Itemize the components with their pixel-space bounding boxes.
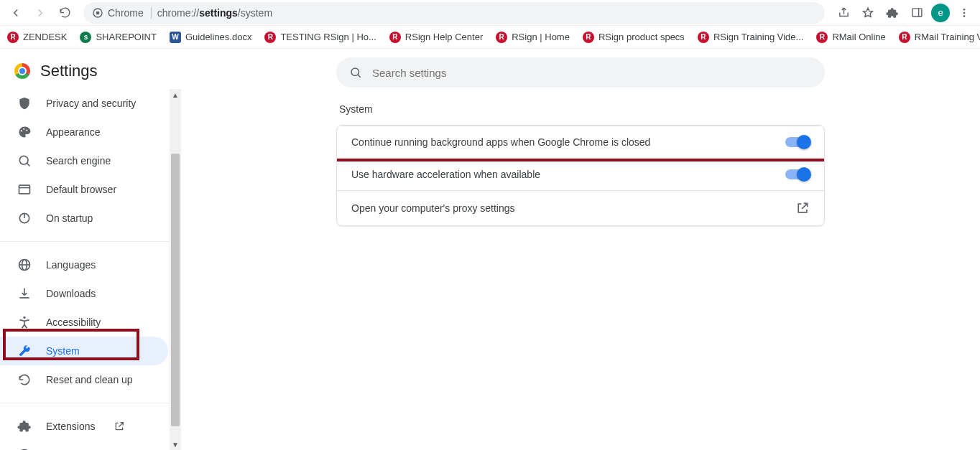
wrench-icon xyxy=(17,344,32,358)
favicon: R xyxy=(7,32,19,43)
bookmark-star-button[interactable] xyxy=(858,3,878,23)
external-link-icon xyxy=(114,421,125,432)
favicon: R xyxy=(816,32,828,43)
bookmark-item[interactable]: RTESTING RSign | Ho... xyxy=(264,32,376,43)
svg-point-8 xyxy=(23,128,24,130)
sidebar-scrollbar[interactable]: ▲ ▼ xyxy=(170,89,181,450)
section-title: System xyxy=(339,103,825,115)
svg-line-11 xyxy=(27,163,29,166)
svg-point-4 xyxy=(963,9,966,11)
sidebar-item-label: Appearance xyxy=(46,126,101,138)
browser-toolbar: Chrome chrome://settings/system e xyxy=(0,0,980,26)
omnibox-chip-label: Chrome xyxy=(108,7,144,19)
download-icon xyxy=(17,286,32,301)
sidebar-item-label: Downloads xyxy=(46,288,96,299)
sidebar-item-label: Search engine xyxy=(46,155,111,167)
scrollbar-thumb[interactable] xyxy=(171,154,180,426)
profile-avatar[interactable]: e xyxy=(931,4,950,22)
sidebar-item-label: System xyxy=(46,345,80,357)
row-label: Continue running background apps when Go… xyxy=(351,136,650,148)
chrome-page-icon xyxy=(92,7,103,19)
sidebar-item-label: Privacy and security xyxy=(46,98,136,109)
side-panel-button[interactable] xyxy=(907,3,927,23)
settings-row: Use hardware acceleration when available xyxy=(337,158,824,190)
settings-search[interactable] xyxy=(336,57,825,88)
accessibility-icon xyxy=(17,315,32,329)
favicon: W xyxy=(170,32,181,43)
bookmark-item[interactable]: sSHAREPOINT xyxy=(80,32,157,43)
settings-main: System Continue running background apps … xyxy=(181,49,980,450)
share-button[interactable] xyxy=(833,3,854,23)
reset-icon xyxy=(17,372,32,387)
svg-point-22 xyxy=(351,68,359,76)
favicon: R xyxy=(496,32,507,43)
sidebar-item-accessibility[interactable]: Accessibility xyxy=(0,308,168,337)
bookmark-item[interactable]: RZENDESK xyxy=(7,32,67,43)
favicon: R xyxy=(899,32,910,43)
sidebar-item-label: On startup xyxy=(46,212,93,224)
bookmark-item[interactable]: RRSign Training Vide... xyxy=(698,32,804,43)
settings-row[interactable]: Open your computer's proxy settings xyxy=(337,190,824,225)
scroll-down-icon[interactable]: ▼ xyxy=(170,439,181,450)
sidebar-item-label: Extensions xyxy=(46,421,95,432)
svg-line-23 xyxy=(358,75,361,78)
bookmark-item[interactable]: RRSign | Home xyxy=(496,32,570,43)
omnibox-url: chrome://settings/system xyxy=(157,7,272,19)
bookmark-item[interactable]: RRMail Training Vide... xyxy=(899,32,980,43)
sidebar-item-languages[interactable]: Languages xyxy=(0,250,168,279)
toggle-switch[interactable] xyxy=(785,169,810,179)
svg-point-6 xyxy=(963,15,966,17)
favicon: R xyxy=(264,32,276,43)
forward-button[interactable] xyxy=(30,3,50,23)
bookmarks-bar: RZENDESKsSHAREPOINTWGuidelines.docxRTEST… xyxy=(0,26,980,49)
search-icon xyxy=(349,66,362,79)
favicon: s xyxy=(80,32,91,43)
power-icon xyxy=(17,211,32,225)
sidebar-item-on-startup[interactable]: On startup xyxy=(0,204,168,233)
sidebar-item-search-engine[interactable]: Search engine xyxy=(0,146,168,175)
sidebar-item-privacy-and-security[interactable]: Privacy and security xyxy=(0,89,168,118)
svg-rect-12 xyxy=(19,185,30,194)
shield-icon xyxy=(17,96,32,111)
sidebar-item-appearance[interactable]: Appearance xyxy=(0,118,168,146)
toggle-switch[interactable] xyxy=(785,137,810,147)
external-link-icon xyxy=(795,201,810,215)
svg-point-5 xyxy=(963,11,966,14)
extension-icon xyxy=(17,419,32,433)
menu-button[interactable] xyxy=(954,3,974,23)
sidebar-item-downloads[interactable]: Downloads xyxy=(0,279,168,308)
reload-button[interactable] xyxy=(55,3,75,23)
settings-card: Continue running background apps when Go… xyxy=(336,125,825,226)
sidebar-item-label: Accessibility xyxy=(46,317,101,328)
bookmark-item[interactable]: RRSign Help Center xyxy=(389,32,483,43)
sidebar-item-extensions[interactable]: Extensions xyxy=(0,412,168,441)
page-title: Settings xyxy=(40,62,98,80)
sidebar-item-label: Languages xyxy=(46,259,96,271)
favicon: R xyxy=(583,32,594,43)
sidebar-item-reset-and-clean-up[interactable]: Reset and clean up xyxy=(0,365,168,394)
bookmark-item[interactable]: RRMail Online xyxy=(816,32,885,43)
sidebar-item-about-chrome[interactable]: About Chrome xyxy=(0,441,168,450)
favicon: R xyxy=(389,32,401,43)
sidebar-item-label: Reset and clean up xyxy=(46,374,133,385)
search-icon xyxy=(17,154,32,168)
scroll-up-icon[interactable]: ▲ xyxy=(170,89,181,100)
sidebar-item-label: Default browser xyxy=(46,184,116,195)
bookmark-item[interactable]: RRSign product specs xyxy=(583,32,685,43)
palette-icon xyxy=(17,125,32,139)
settings-search-input[interactable] xyxy=(372,67,812,79)
address-bar[interactable]: Chrome chrome://settings/system xyxy=(83,2,825,24)
settings-sidebar: Settings Privacy and securityAppearanceS… xyxy=(0,49,181,450)
chrome-logo-icon xyxy=(14,63,30,79)
extensions-button[interactable] xyxy=(882,3,902,23)
favicon: R xyxy=(698,32,709,43)
globe-icon xyxy=(17,258,32,272)
svg-point-10 xyxy=(19,156,28,164)
row-label: Open your computer's proxy settings xyxy=(351,202,515,214)
back-button[interactable] xyxy=(6,3,26,23)
bookmark-item[interactable]: WGuidelines.docx xyxy=(170,32,252,43)
sidebar-item-default-browser[interactable]: Default browser xyxy=(0,175,168,204)
sidebar-item-system[interactable]: System xyxy=(0,337,168,365)
browser-icon xyxy=(17,182,32,197)
svg-point-7 xyxy=(21,130,22,131)
